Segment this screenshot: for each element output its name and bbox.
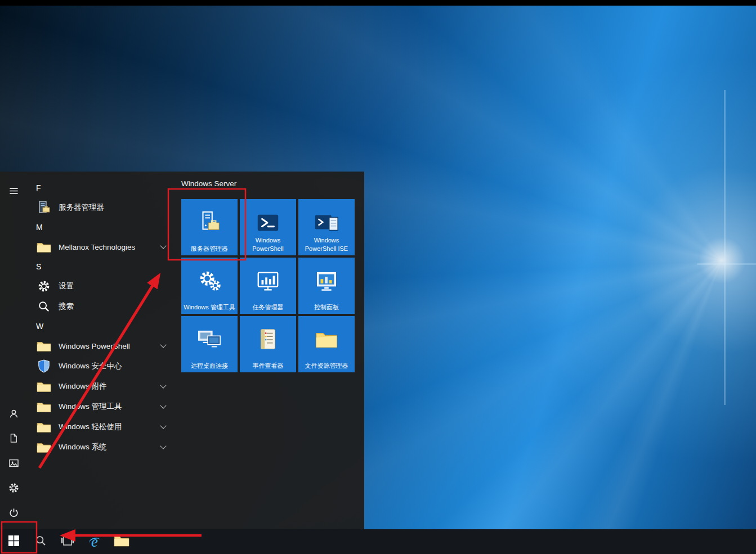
tile-remote-desktop[interactable]: 远程桌面连接	[181, 316, 238, 372]
desktop: F 服务器管理器 M Mellanox Technologies S	[0, 0, 756, 554]
powershell-ise-icon	[314, 210, 339, 236]
start-menu: F 服务器管理器 M Mellanox Technologies S	[0, 172, 364, 529]
chevron-down-icon[interactable]	[160, 382, 166, 388]
top-black-strip	[0, 0, 756, 6]
folder-icon	[36, 338, 52, 354]
tile-label: Windows PowerShell	[242, 236, 294, 253]
app-list: F 服务器管理器 M Mellanox Technologies S	[28, 178, 175, 457]
tile-file-explorer[interactable]: 文件资源管理器	[298, 316, 355, 372]
tile-label: 控制面板	[301, 303, 352, 311]
chevron-down-icon[interactable]	[160, 402, 166, 408]
folder-icon	[314, 327, 339, 353]
app-item-settings[interactable]: 设置	[28, 276, 175, 296]
hamburger-icon	[8, 186, 19, 199]
server-manager-icon	[196, 210, 222, 236]
power-button[interactable]	[0, 501, 27, 526]
internet-explorer-icon: e	[91, 534, 98, 550]
app-item-windows-accessories[interactable]: Windows 附件	[28, 376, 175, 397]
app-item-label: Mellanox Technologies	[59, 243, 135, 251]
app-list-letter-w[interactable]: W	[28, 317, 175, 336]
folder-icon	[114, 534, 129, 550]
chevron-down-icon[interactable]	[160, 242, 166, 249]
app-item-label: Windows 系统	[59, 442, 107, 452]
start-button[interactable]	[0, 529, 27, 554]
pictures-icon	[8, 458, 19, 471]
app-item-windows-admin-tools[interactable]: Windows 管理工具	[28, 397, 175, 417]
power-icon	[8, 507, 19, 520]
document-icon	[8, 433, 19, 445]
user-icon	[8, 408, 19, 421]
remote-desktop-icon	[196, 327, 222, 353]
app-item-search[interactable]: 搜索	[28, 296, 175, 317]
app-item-label: 设置	[59, 281, 74, 291]
tile-grid: 服务器管理器 Windows PowerShell Windows PowerS…	[181, 199, 357, 372]
search-icon	[36, 299, 52, 314]
tile-group-title[interactable]: Windows Server	[181, 179, 357, 191]
start-menu-rail	[0, 172, 27, 529]
tile-label: 远程桌面连接	[184, 362, 235, 370]
folder-icon	[36, 439, 52, 455]
chevron-down-icon[interactable]	[160, 443, 166, 449]
tile-control-panel[interactable]: 控制面板	[298, 258, 355, 314]
internet-explorer-button[interactable]: e	[81, 529, 108, 554]
tile-task-manager[interactable]: 任务管理器	[240, 258, 296, 314]
pictures-button[interactable]	[0, 452, 27, 476]
tile-windows-powershell-ise[interactable]: Windows PowerShell ISE	[298, 199, 355, 255]
tile-label: Windows PowerShell ISE	[301, 236, 352, 253]
server-manager-icon	[36, 200, 52, 215]
tile-windows-powershell[interactable]: Windows PowerShell	[240, 199, 296, 255]
app-item-label: Windows 安全中心	[59, 361, 122, 371]
windows-logo-icon	[8, 535, 19, 548]
expand-menu-button[interactable]	[0, 179, 27, 204]
documents-button[interactable]	[0, 427, 27, 452]
app-item-server-manager[interactable]: 服务器管理器	[28, 197, 175, 218]
control-panel-icon	[314, 268, 339, 294]
gears-icon	[196, 268, 222, 294]
tile-windows-admin-tools[interactable]: Windows 管理工具	[181, 258, 238, 314]
app-list-letter-s[interactable]: S	[28, 257, 175, 276]
app-item-label: Windows 管理工具	[59, 402, 122, 412]
tile-event-viewer[interactable]: 事件查看器	[240, 316, 296, 372]
chevron-down-icon[interactable]	[160, 422, 166, 429]
app-item-label: Windows PowerShell	[59, 342, 130, 350]
powershell-icon	[255, 210, 281, 236]
tile-area: Windows Server 服务器管理器 Windows PowerShell	[181, 179, 357, 372]
app-item-label: 服务器管理器	[59, 202, 104, 213]
folder-icon	[36, 239, 52, 255]
user-account-button[interactable]	[0, 402, 27, 427]
app-item-windows-system[interactable]: Windows 系统	[28, 437, 175, 457]
wallpaper-window-logo	[724, 90, 726, 405]
app-item-windows-powershell[interactable]: Windows PowerShell	[28, 336, 175, 356]
gear-icon	[8, 483, 19, 496]
tile-label: 事件查看器	[242, 362, 294, 370]
settings-button[interactable]	[0, 476, 27, 501]
shield-icon	[36, 358, 52, 374]
app-list-letter-f[interactable]: F	[28, 178, 175, 197]
app-item-windows-security[interactable]: Windows 安全中心	[28, 356, 175, 376]
chevron-down-icon[interactable]	[160, 341, 166, 348]
app-item-label: Windows 轻松使用	[59, 422, 122, 432]
folder-icon	[36, 399, 52, 415]
folder-icon	[36, 379, 52, 394]
app-item-mellanox-technologies[interactable]: Mellanox Technologies	[28, 237, 175, 257]
task-manager-icon	[255, 268, 281, 294]
app-item-label: 搜索	[59, 301, 74, 312]
taskbar: e	[0, 529, 756, 554]
gear-icon	[36, 278, 52, 294]
app-item-windows-ease-of-access[interactable]: Windows 轻松使用	[28, 417, 175, 437]
tile-label: 任务管理器	[242, 303, 294, 311]
task-view-icon	[61, 535, 74, 548]
wallpaper-window-logo	[697, 263, 756, 265]
event-viewer-icon	[255, 327, 281, 353]
folder-icon	[36, 419, 52, 435]
app-item-label: Windows 附件	[59, 381, 107, 391]
tile-server-manager[interactable]: 服务器管理器	[181, 199, 238, 255]
search-icon	[35, 535, 47, 549]
taskbar-search-button[interactable]	[27, 529, 54, 554]
tile-label: 文件资源管理器	[301, 362, 352, 370]
app-list-letter-m[interactable]: M	[28, 218, 175, 237]
task-view-button[interactable]	[54, 529, 81, 554]
tile-label: Windows 管理工具	[184, 303, 235, 311]
file-explorer-button[interactable]	[108, 529, 135, 554]
tile-label: 服务器管理器	[184, 245, 235, 253]
